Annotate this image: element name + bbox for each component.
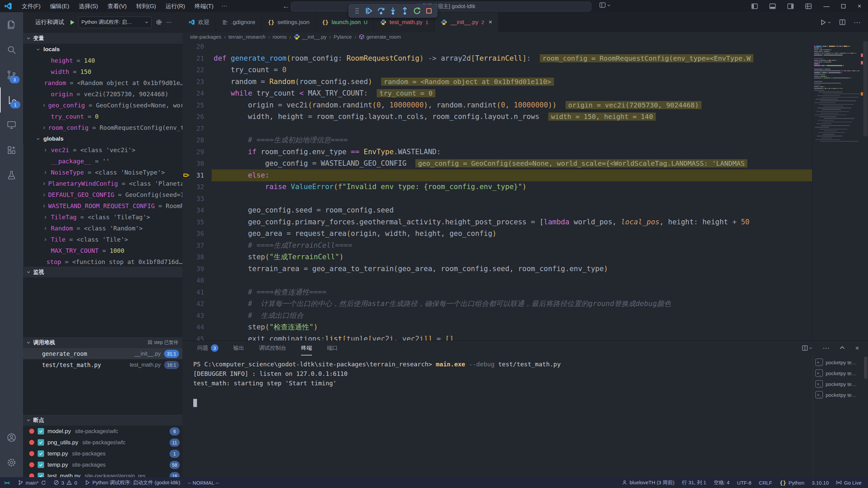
breakpoint-checkbox[interactable]: [38, 473, 44, 477]
variable-row[interactable]: NoiseType = <class 'NoiseType'>: [23, 167, 182, 178]
code-line-26[interactable]: 26 width, height = room_config.layout.n_…: [182, 111, 868, 123]
terminal-output[interactable]: PS C:\computer_science\godot-ldtk\site-p…: [193, 360, 800, 388]
code-line-31[interactable]: 31 else:: [182, 169, 868, 181]
status-CRLF[interactable]: CRLF: [755, 477, 776, 488]
step-over-icon[interactable]: [377, 6, 386, 15]
split-terminal-icon[interactable]: [802, 345, 812, 351]
code-editor[interactable]: 2021def generate_room(room_config: RoomR…: [182, 41, 868, 341]
breadcrumb-item[interactable]: __init__.py: [294, 34, 327, 40]
breakpoint-row[interactable]: temp.pysite-packages1: [23, 448, 182, 459]
variable-row[interactable]: stop = <function stop at 0x1bf8d716d…: [23, 256, 182, 266]
code-line-38[interactable]: 38 step("生成TerrainCell"): [182, 251, 868, 263]
variable-row[interactable]: try_count = 0: [23, 111, 182, 122]
code-line-40[interactable]: 40: [182, 274, 868, 286]
activity-extensions-icon[interactable]: [0, 138, 23, 163]
panel-tab-问题[interactable]: 问题3: [197, 341, 218, 355]
menu-查看V[interactable]: 查看(V): [103, 1, 131, 11]
breakpoint-row[interactable]: png_utils.pysite-packages\wfc11: [23, 437, 182, 448]
activity-explorer-icon[interactable]: [0, 12, 23, 37]
status-行-31-列-1[interactable]: 行 31, 列 1: [678, 477, 710, 488]
variable-row[interactable]: geo_config = GeoConfig(seed=None, wor…: [23, 100, 182, 111]
step-out-icon[interactable]: [400, 6, 409, 15]
status-Python[interactable]: {}Python: [776, 477, 808, 488]
more-actions-icon[interactable]: ⋯: [854, 18, 861, 26]
breakpoint-checkbox[interactable]: [38, 450, 44, 457]
tab-.gdignore[interactable]: .gdignore: [216, 12, 262, 32]
menu-终端T[interactable]: 终端(T): [191, 1, 218, 11]
menu-编辑E[interactable]: 编辑(E): [46, 1, 74, 11]
activity-source-control-icon[interactable]: 3: [0, 62, 23, 87]
code-line-41[interactable]: 41 # ====检查连通性====: [182, 286, 868, 298]
split-editor-icon[interactable]: [839, 19, 846, 25]
command-center-search[interactable]: [扩展开发宿主] godot-ldtk: [291, 2, 591, 12]
start-debug-button[interactable]: [69, 19, 76, 26]
activity-search-icon[interactable]: [0, 37, 23, 62]
breakpoint-row[interactable]: temp.pysite-packages58: [23, 459, 182, 470]
code-line-24[interactable]: 24 while try_count < MAX_TRY_COUNT:try_c…: [182, 87, 868, 99]
breadcrumb-item[interactable]: generate_room: [359, 34, 401, 40]
code-line-43[interactable]: 43 # 生成出口组合: [182, 310, 868, 322]
code-line-33[interactable]: 33: [182, 193, 868, 205]
close-tab-icon[interactable]: ×: [489, 19, 492, 26]
code-line-35[interactable]: 35 geo_config.primary_forces.geothermal_…: [182, 216, 868, 228]
variables-section-header[interactable]: 变量: [23, 32, 182, 44]
menu-选择S[interactable]: 选择(S): [75, 1, 102, 11]
restart-icon[interactable]: [413, 6, 421, 15]
breadcrumb-item[interactable]: terrain_research: [229, 34, 265, 40]
code-line-39[interactable]: 39 terrain_area = geo_area_to_terrain(ge…: [182, 263, 868, 275]
status-main-[interactable]: main*: [14, 477, 50, 488]
panel-tab-输出[interactable]: 输出: [233, 341, 244, 355]
nav-back-icon[interactable]: ←: [282, 2, 290, 11]
code-line-22[interactable]: 22 try_count = 0: [182, 64, 868, 76]
breadcrumb[interactable]: site-packages›terrain_research›rooms›__i…: [182, 32, 868, 41]
tab-欢迎[interactable]: 欢迎: [182, 12, 216, 32]
variable-row[interactable]: WASTELAND_ROOM_REQUEST_CONFIG = RoomR…: [23, 200, 182, 211]
code-line-27[interactable]: 27: [182, 123, 868, 135]
panel-tab-端口[interactable]: 端口: [327, 341, 338, 355]
code-line-34[interactable]: 34 geo_config.seed = room_config.seed: [182, 204, 868, 216]
code-line-25[interactable]: 25 origin = vec2i(random.randint(0, 1000…: [182, 99, 868, 111]
status-3[interactable]: 30: [50, 477, 81, 488]
activity-testing-icon[interactable]: [0, 163, 23, 188]
variable-row[interactable]: PlanetaryWindConfig = <class 'Planeta…: [23, 178, 182, 189]
editor-scrollbar[interactable]: [863, 41, 868, 341]
terminal-instance[interactable]: >_pocketpy te…: [815, 379, 863, 389]
panel-tab-调试控制台[interactable]: 调试控制台: [259, 341, 286, 355]
terminal-instance[interactable]: >_pocketpy te…: [815, 389, 863, 400]
menu-转到G[interactable]: 转到(G): [132, 1, 160, 11]
close-window-icon[interactable]: ×: [857, 3, 861, 10]
toggle-sidebar-icon[interactable]: [751, 3, 758, 9]
code-line-29[interactable]: 29 if room_config.env_type == EnvType.WA…: [182, 146, 868, 158]
gear-icon[interactable]: [156, 19, 162, 25]
watch-section-header[interactable]: 监视: [23, 266, 182, 278]
variable-row[interactable]: origin = vec2i(7205730, 9024468): [23, 88, 182, 100]
variable-row[interactable]: TileTag = <class 'TileTag'>: [23, 211, 182, 223]
variable-scope-locals[interactable]: locals: [23, 44, 182, 55]
code-line-36[interactable]: 36 geo_area = request_area(origin, width…: [182, 228, 868, 240]
stop-icon[interactable]: [425, 6, 433, 15]
toggle-panel-icon[interactable]: [769, 3, 776, 9]
code-line-37[interactable]: 37 # ====生成TerrainCell====: [182, 240, 868, 251]
breakpoint-row[interactable]: model.pysite-packages\wfc6: [23, 426, 182, 437]
panel-tab-终端[interactable]: 终端: [301, 341, 312, 355]
code-line-44[interactable]: 44 step("检查连通性"): [182, 321, 868, 333]
stack-frame[interactable]: generate_room__init__.py31:1: [23, 348, 182, 359]
variable-scope-globals[interactable]: globals: [23, 133, 182, 144]
run-python-file-icon[interactable]: [820, 19, 831, 26]
breadcrumb-item[interactable]: Pylance: [334, 34, 352, 40]
code-line-28[interactable]: 28 # ====生成初始地理信息====: [182, 134, 868, 146]
code-line-32[interactable]: 32 raise ValueError(f"Invalid env type: …: [182, 181, 868, 193]
breadcrumb-item[interactable]: rooms: [273, 34, 287, 40]
variable-row[interactable]: __package__ = '': [23, 156, 182, 167]
code-line-20[interactable]: 20: [182, 41, 868, 53]
status-空格-4[interactable]: 空格: 4: [710, 477, 733, 488]
code-line-30[interactable]: 30 geo_config = WASTELAND_GEO_CONFIGgeo_…: [182, 158, 868, 169]
variable-row[interactable]: room_config = RoomRequestConfig(env_t…: [23, 122, 182, 133]
menu-运行R[interactable]: 运行(R): [161, 1, 189, 11]
breadcrumb-item[interactable]: site-packages: [190, 34, 221, 40]
breakpoint-checkbox[interactable]: [38, 428, 44, 434]
continue-icon[interactable]: [364, 6, 373, 15]
activity-account-icon[interactable]: [0, 425, 23, 450]
code-line-45[interactable]: 45 exit_combinations:list[tuple[vec2i, v…: [182, 333, 868, 341]
breakpoints-section-header[interactable]: 断点: [23, 414, 182, 426]
